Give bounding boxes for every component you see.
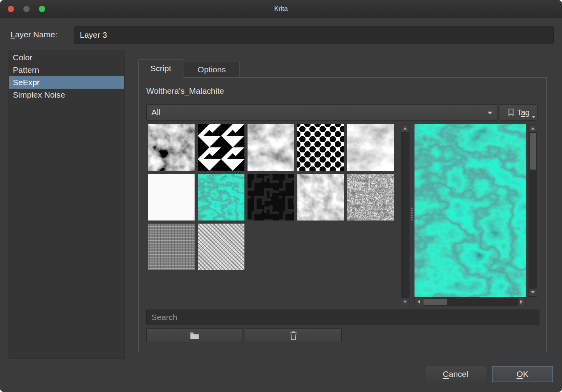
pattern-preview[interactable] bbox=[414, 124, 526, 297]
pattern-thumb-fine-mesh[interactable] bbox=[148, 224, 195, 270]
title-bar: Krita bbox=[0, 0, 562, 18]
ok-button[interactable]: OK bbox=[492, 366, 553, 382]
arrow-down-icon bbox=[531, 291, 535, 294]
delete-resource-button[interactable] bbox=[245, 328, 342, 343]
scrollbar-thumb[interactable] bbox=[423, 298, 447, 305]
pattern-thumb-speckled-stone[interactable] bbox=[347, 174, 394, 220]
chevron-down-icon bbox=[488, 112, 492, 114]
scroll-up-button[interactable] bbox=[529, 124, 537, 133]
pattern-thumb-gray-splotches[interactable] bbox=[248, 124, 294, 171]
zoom-button[interactable] bbox=[39, 6, 45, 12]
pattern-thumb-dark-maze[interactable] bbox=[248, 174, 294, 220]
tab-script[interactable]: Script bbox=[138, 59, 183, 78]
tag-filter-value: All bbox=[151, 108, 160, 117]
pattern-thumb-malachite[interactable] bbox=[198, 174, 244, 220]
search-input[interactable] bbox=[146, 310, 539, 325]
pattern-thumb-polka-dots[interactable] bbox=[297, 124, 344, 171]
scroll-up-button[interactable] bbox=[401, 124, 409, 133]
current-resource-name: Wolthera's_Malachite bbox=[146, 86, 224, 96]
tag-button-label: Tag bbox=[517, 108, 529, 117]
list-item-pattern[interactable]: Pattern bbox=[9, 64, 124, 76]
folder-icon bbox=[190, 331, 200, 340]
krita-dialog-window: Krita Layer Name: Color Pattern SeExpr S… bbox=[0, 0, 562, 392]
scrollbar-thumb[interactable] bbox=[529, 133, 536, 170]
pattern-thumb-diagonal-weave[interactable] bbox=[198, 224, 244, 270]
tag-button[interactable]: Tag bbox=[500, 104, 537, 121]
minimize-button[interactable] bbox=[23, 6, 30, 12]
arrow-up-icon bbox=[531, 127, 535, 130]
preview-horizontal-scrollbar[interactable] bbox=[414, 298, 526, 306]
pattern-grid bbox=[148, 124, 394, 270]
pattern-thumb-triangle-mosaic[interactable] bbox=[198, 124, 244, 171]
pattern-thumb-fractal-smoke[interactable] bbox=[148, 124, 195, 171]
scroll-left-button[interactable] bbox=[415, 298, 423, 306]
list-item-simplex-noise[interactable]: Simplex Noise bbox=[9, 89, 124, 101]
pattern-thumb-soft-clouds[interactable] bbox=[347, 124, 394, 171]
list-item-seexpr[interactable]: SeExpr bbox=[9, 76, 124, 89]
tag-filter-dropdown[interactable]: All bbox=[146, 104, 497, 121]
close-button[interactable] bbox=[8, 6, 14, 12]
splitter-handle[interactable] bbox=[410, 208, 413, 223]
generator-type-list: Color Pattern SeExpr Simplex Noise bbox=[9, 50, 125, 359]
pattern-thumb-ring-lattice[interactable] bbox=[148, 174, 195, 220]
layer-name-label: Layer Name: bbox=[11, 30, 57, 39]
trash-icon bbox=[289, 331, 298, 340]
arrow-left-icon bbox=[418, 300, 420, 304]
tab-options[interactable]: Options bbox=[184, 61, 240, 78]
arrow-down-icon bbox=[403, 301, 407, 303]
scroll-right-button[interactable] bbox=[517, 298, 525, 306]
scroll-down-button[interactable] bbox=[529, 288, 537, 296]
layer-name-input[interactable] bbox=[74, 26, 554, 44]
cancel-button[interactable]: Cancel bbox=[425, 366, 486, 382]
list-item-color[interactable]: Color bbox=[9, 51, 124, 64]
window-title: Krita bbox=[0, 0, 562, 18]
arrow-right-icon bbox=[520, 300, 523, 304]
preview-vertical-scrollbar[interactable] bbox=[529, 124, 537, 297]
tag-menu-arrow-icon bbox=[532, 116, 535, 118]
pattern-thumb-rough-plaster[interactable] bbox=[297, 174, 344, 220]
pattern-grid-scrollbar[interactable] bbox=[401, 124, 409, 306]
arrow-up-icon bbox=[403, 127, 407, 130]
script-tab-panel: Wolthera's_Malachite All Tag bbox=[138, 77, 547, 352]
import-resource-button[interactable] bbox=[146, 328, 243, 343]
bookmark-icon bbox=[508, 108, 515, 116]
scroll-down-button[interactable] bbox=[401, 298, 409, 306]
